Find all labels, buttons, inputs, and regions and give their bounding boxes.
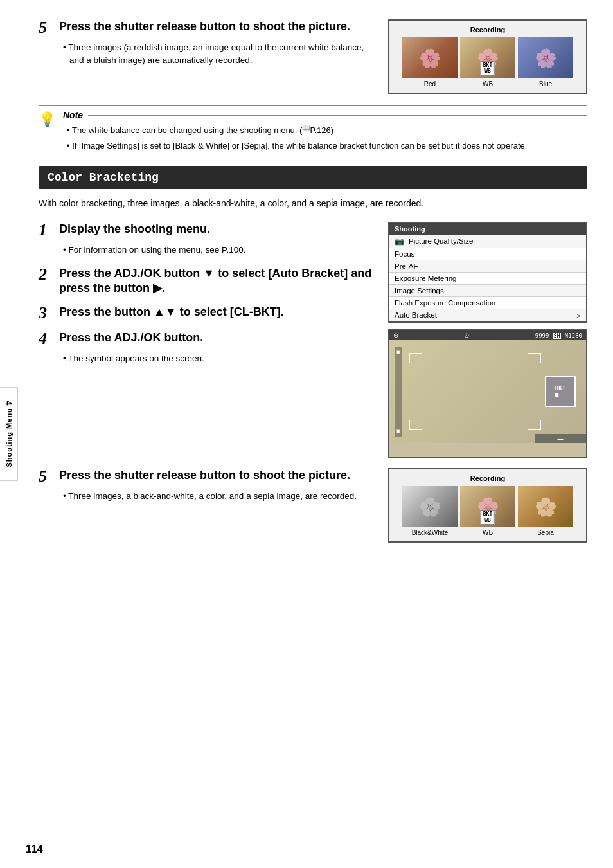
step1-bullet: For information on using the menu, see P…	[59, 244, 378, 257]
step2-header: 2 Press the ADJ./OK button ▼ to select […	[39, 266, 378, 296]
cam-icon-lens: ⊙	[464, 332, 469, 339]
cam-battery: ▬	[558, 435, 564, 442]
recording-wb-box: Recording 🌸 Red 🌸 BKTWB WB	[388, 19, 587, 94]
recording-wb-label: Recording	[395, 26, 581, 33]
note-bullet-1: The white balance can be changed using t…	[63, 123, 587, 137]
cam-corner-tl	[409, 353, 422, 363]
steps-1-4-left: 1 Display the shooting menu. For informa…	[39, 222, 378, 458]
page-number: 114	[26, 844, 43, 855]
cam-icon-circle: ⊕	[393, 332, 398, 339]
cam-bottom-bar: ▬	[535, 434, 586, 443]
image-neutral-label: WB	[460, 80, 515, 87]
cam-size-badge: SH	[553, 333, 562, 339]
note-bullet-2: If [Image Settings] is set to [Black & W…	[63, 140, 587, 152]
step4-bullet: The symbol appears on the screen.	[59, 352, 378, 365]
cam-corner-tr	[528, 353, 541, 363]
image-neutral-container: 🌸 BKTWB WB	[460, 37, 515, 87]
cam-strip-bottom: ▣	[396, 428, 401, 434]
note-box: 💡 Note The white balance can be changed …	[39, 105, 587, 154]
menu-item-focus[interactable]: Focus	[389, 248, 586, 260]
image-blue-label: Blue	[518, 80, 573, 87]
step1-header: 1 Display the shooting menu.	[39, 222, 378, 239]
menu-item-label-6: Flash Exposure Compensation	[395, 299, 495, 307]
cam-bkt-text: BKT■	[555, 385, 565, 398]
cam-top-bar: ⊕ ⊙ 9999 SH N1280	[389, 330, 586, 340]
step1-number: 1	[39, 222, 54, 239]
menu-item-label-5: Image Settings	[395, 287, 444, 294]
cam-number: 1280	[568, 332, 582, 339]
step3-block: 3 Press the button ▲▼ to select [CL-BKT]…	[39, 305, 378, 321]
side-tab-number: 4	[4, 401, 13, 405]
step2-title: Press the ADJ./OK button ▼ to select [Au…	[59, 266, 378, 296]
menu-item-exposure-metering[interactable]: Exposure Metering	[389, 273, 586, 285]
camera-screen-screenshot: ⊕ ⊙ 9999 SH N1280	[388, 329, 587, 458]
cam-corner-bl	[409, 420, 422, 430]
menu-item-label-1: Picture Quality/Size	[409, 237, 473, 245]
step2-block: 2 Press the ADJ./OK button ▼ to select […	[39, 266, 378, 296]
image-bw: 🌸	[402, 486, 458, 527]
step5-top-left: 5 Press the shutter release button to sh…	[39, 19, 375, 94]
menu-item-arrow: ▷	[576, 312, 581, 319]
steps-1-4-right: Shooting 📷 Picture Quality/Size Focus Pr…	[388, 222, 587, 458]
step1-title: Display the shooting menu.	[59, 222, 210, 237]
menu-title: Shooting	[395, 225, 425, 233]
step5-bottom-bullet: Three images, a black-and-white, a color…	[59, 490, 375, 503]
wb-badge-top: BKTWB	[481, 61, 495, 76]
menu-item-picture-quality[interactable]: 📷 Picture Quality/Size	[389, 235, 586, 248]
step5-bottom-section: 5 Press the shutter release button to sh…	[39, 468, 587, 543]
step5-bottom-header: 5 Press the shutter release button to sh…	[39, 468, 375, 485]
menu-item-label-7: Auto Bracket	[395, 311, 437, 319]
menu-title-bar: Shooting	[389, 223, 586, 235]
image-color: 🌸 BKTWB	[460, 486, 515, 527]
shooting-menu-screenshot: Shooting 📷 Picture Quality/Size Focus Pr…	[388, 222, 587, 323]
steps-1-4-container: 1 Display the shooting menu. For informa…	[39, 222, 587, 458]
image-neutral: 🌸 BKTWB	[460, 37, 515, 78]
image-bw-container: 🌸 Black&White	[402, 486, 458, 536]
image-color-container: 🌸 BKTWB WB	[460, 486, 515, 536]
note-icon: 💡	[39, 110, 57, 154]
menu-camera-icon: 📷	[395, 237, 405, 246]
cam-icons-left: ⊕	[393, 332, 398, 339]
note-title: Note	[63, 110, 587, 120]
menu-item-label-4: Exposure Metering	[395, 275, 457, 282]
step4-body: The symbol appears on the screen.	[59, 352, 378, 365]
recording-color-label: Recording	[395, 475, 581, 482]
step5-bottom-title: Press the shutter release button to shoo…	[59, 468, 350, 483]
flower-sepia: 🌸	[518, 486, 573, 527]
side-tab-text: Shooting Menu	[5, 408, 13, 467]
cam-strip-top: ▣	[396, 349, 401, 355]
recording-color-box: Recording 🌸 Black&White 🌸 BKTWB WB	[388, 468, 587, 543]
menu-item-preaf[interactable]: Pre-AF	[389, 260, 586, 273]
color-bracketing-intro: With color bracketing, three images, a b…	[39, 197, 587, 210]
flower-red: 🌸	[402, 37, 458, 78]
step5-header: 5 Press the shutter release button to sh…	[39, 19, 375, 36]
step1-body: For information on using the menu, see P…	[59, 244, 378, 257]
step5-bottom-recording: Recording 🌸 Black&White 🌸 BKTWB WB	[388, 468, 587, 543]
step4-block: 4 Press the ADJ./OK button. The symbol a…	[39, 330, 378, 365]
flower-bw: 🌸	[402, 486, 458, 527]
image-blue: 🌸	[518, 37, 573, 78]
image-red-container: 🌸 Red	[402, 37, 458, 87]
step4-number: 4	[39, 330, 54, 347]
step5-bottom-number: 5	[39, 468, 54, 485]
note-content: Note The white balance can be changed us…	[63, 110, 587, 154]
menu-item-flash-comp[interactable]: Flash Exposure Compensation	[389, 297, 586, 309]
step1-block: 1 Display the shooting menu. For informa…	[39, 222, 378, 257]
menu-item-image-settings[interactable]: Image Settings	[389, 285, 586, 297]
step5-recording-box: Recording 🌸 Red 🌸 BKTWB WB	[388, 19, 587, 94]
note-item-1: The white balance can be changed using t…	[63, 123, 587, 152]
cam-icons-center: ⊙	[464, 332, 469, 339]
step3-header: 3 Press the button ▲▼ to select [CL-BKT]…	[39, 305, 378, 321]
image-bw-label: Black&White	[402, 529, 458, 536]
menu-item-auto-bracket[interactable]: Auto Bracket ▷	[389, 309, 586, 321]
page: 4 Shooting Menu 5 Press the shutter rele…	[0, 0, 613, 868]
image-sepia-label: Sepia	[518, 529, 573, 536]
step5-bottom-body: Three images, a black-and-white, a color…	[59, 490, 375, 503]
image-color-label: WB	[460, 529, 515, 536]
step3-title: Press the button ▲▼ to select [CL-BKT].	[59, 305, 284, 320]
color-bracketing-header: Color Bracketing	[39, 166, 587, 189]
wb-badge-bottom: BKTWB	[481, 510, 495, 525]
step5-body: Three images (a reddish image, an image …	[59, 41, 375, 68]
image-red-label: Red	[402, 80, 458, 87]
step4-title: Press the ADJ./OK button.	[59, 330, 203, 345]
